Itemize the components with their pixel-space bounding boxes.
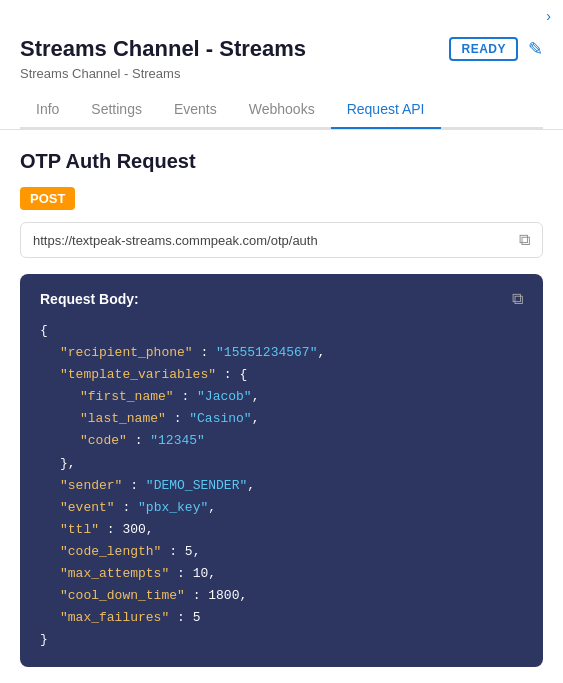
tab-webhooks[interactable]: Webhooks [233,91,331,129]
method-badge: POST [20,187,75,210]
section-title: OTP Auth Request [20,150,543,173]
page-title: Streams Channel - Streams [20,36,306,62]
subtitle: Streams Channel - Streams [20,66,543,81]
tab-settings[interactable]: Settings [75,91,158,129]
chevron-right-icon[interactable]: › [546,8,551,24]
code-copy-icon[interactable]: ⧉ [512,290,523,308]
nav-tabs: Info Settings Events Webhooks Request AP… [20,91,543,129]
url-copy-icon[interactable]: ⧉ [519,231,530,249]
url-row: https://textpeak-streams.commpeak.com/ot… [20,222,543,258]
code-content: { "recipient_phone" : "15551234567", "te… [40,320,523,651]
code-block: Request Body: ⧉ { "recipient_phone" : "1… [20,274,543,667]
api-url: https://textpeak-streams.commpeak.com/ot… [33,233,511,248]
edit-icon[interactable]: ✎ [528,38,543,60]
code-block-title: Request Body: [40,291,139,307]
tab-request-api[interactable]: Request API [331,91,441,129]
status-badge: READY [449,37,518,61]
tab-info[interactable]: Info [20,91,75,129]
tab-events[interactable]: Events [158,91,233,129]
